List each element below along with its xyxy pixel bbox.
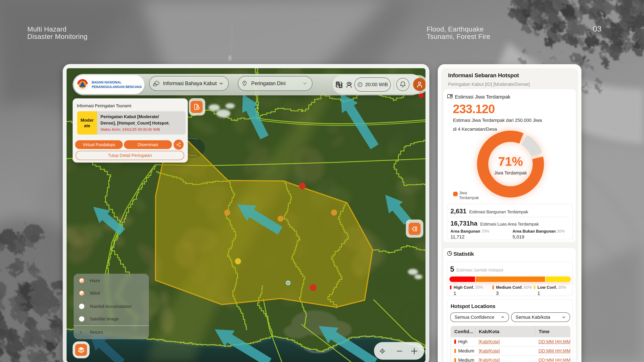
svg-text:文: 文 <box>336 82 339 85</box>
svg-text:A: A <box>340 84 342 88</box>
